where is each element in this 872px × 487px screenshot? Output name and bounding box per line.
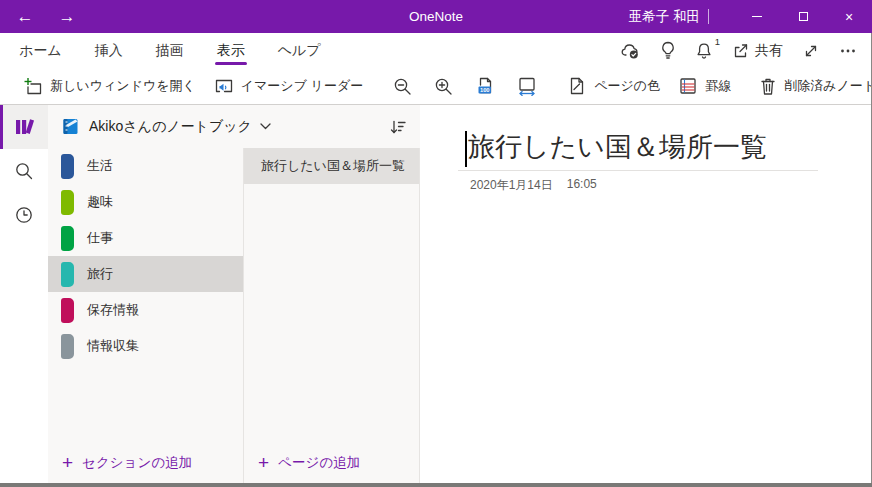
section-color-tab xyxy=(61,154,74,179)
rail-recent-notes-button[interactable] xyxy=(0,193,48,237)
section-color-tab xyxy=(61,298,74,323)
trash-icon xyxy=(759,77,777,96)
app-title: OneNote xyxy=(409,0,463,33)
section-color-tab xyxy=(61,190,74,215)
zoom-100-button[interactable]: 100 xyxy=(464,71,506,101)
minimize-button[interactable] xyxy=(734,0,780,33)
zoom-out-button[interactable] xyxy=(382,71,423,101)
tab-view[interactable]: 表示 xyxy=(214,33,248,68)
fullscreen-button[interactable] xyxy=(802,42,820,60)
deleted-notes-button[interactable]: 削除済みノート xyxy=(750,71,872,101)
title-underline xyxy=(458,170,818,171)
zoom-in-button[interactable] xyxy=(423,71,464,101)
notifications-button[interactable]: 1 xyxy=(695,42,713,60)
share-label: 共有 xyxy=(755,42,783,60)
notebook-header: Akikoさんのノートブック xyxy=(48,105,420,148)
maximize-button[interactable] xyxy=(780,0,826,33)
zoom-out-icon xyxy=(393,77,412,96)
immersive-reader-label: イマーシブ リーダー xyxy=(241,77,363,95)
section-item[interactable]: 仕事 xyxy=(48,220,243,256)
immersive-reader-button[interactable]: イマーシブ リーダー xyxy=(205,71,372,101)
open-new-window-label: 新しいウィンドウを開く xyxy=(50,77,196,95)
ruled-lines-icon xyxy=(678,76,698,96)
ribbon-right-icons: 1 共有 xyxy=(621,41,872,60)
section-item[interactable]: 情報収集 xyxy=(48,328,243,364)
pages-pane: 旅行したい国＆場所一覧 + ページの追加 xyxy=(244,148,420,483)
page-width-button[interactable] xyxy=(506,71,548,101)
page-width-icon xyxy=(517,76,537,96)
section-label: 旅行 xyxy=(87,265,113,283)
sections-pane: 生活 趣味 仕事 旅行 保存情報 情報収集 + セクションの追加 xyxy=(48,148,244,483)
zoom-100-icon: 100 xyxy=(475,76,495,96)
add-section-label: セクションの追加 xyxy=(82,454,192,472)
text-cursor xyxy=(465,131,467,167)
tab-draw[interactable]: 描画 xyxy=(153,33,187,68)
section-item[interactable]: 趣味 xyxy=(48,184,243,220)
rail-notebooks-button[interactable] xyxy=(0,105,48,149)
account-name[interactable]: 亜希子 和田 xyxy=(629,0,700,33)
page-color-label: ページの色 xyxy=(594,77,660,95)
more-options-button[interactable] xyxy=(839,42,857,60)
section-item[interactable]: 生活 xyxy=(48,148,243,184)
page-time[interactable]: 16:05 xyxy=(567,177,597,194)
page-date[interactable]: 2020年1月14日 xyxy=(470,177,553,194)
lightbulb-icon xyxy=(660,41,676,60)
page-color-button[interactable]: ページの色 xyxy=(558,71,669,101)
close-button[interactable]: × xyxy=(826,0,872,33)
rail-search-button[interactable] xyxy=(0,149,48,193)
section-item-selected[interactable]: 旅行 xyxy=(48,256,243,292)
notification-count-badge: 1 xyxy=(715,36,720,47)
forward-icon[interactable]: → xyxy=(50,0,84,33)
ellipsis-icon xyxy=(839,42,857,60)
ribbon-tabs: ホーム 挿入 描画 表示 ヘルプ xyxy=(0,33,324,68)
window-controls: × xyxy=(734,0,872,33)
minimize-icon xyxy=(752,16,762,17)
section-item[interactable]: 保存情報 xyxy=(48,292,243,328)
immersive-reader-icon xyxy=(214,77,234,95)
section-color-tab xyxy=(61,226,74,251)
page-title-field[interactable]: 旅行したい国＆場所一覧 xyxy=(468,129,767,165)
zoom-group: 100 xyxy=(382,71,548,101)
section-label: 趣味 xyxy=(87,193,113,211)
tab-home[interactable]: ホーム xyxy=(16,33,65,68)
ribbon-tab-row: ホーム 挿入 描画 表示 ヘルプ xyxy=(0,33,872,68)
share-button[interactable]: 共有 xyxy=(732,42,783,60)
page-item-title: 旅行したい国＆場所一覧 xyxy=(261,157,405,175)
deleted-notes-label: 削除済みノート xyxy=(784,77,872,95)
expand-icon xyxy=(802,42,820,60)
tell-me-button[interactable] xyxy=(660,41,676,60)
notebook-title: Akikoさんのノートブック xyxy=(89,118,252,136)
plus-icon: + xyxy=(258,453,269,472)
section-label: 生活 xyxy=(87,157,113,175)
note-canvas[interactable]: 旅行したい国＆場所一覧 2020年1月14日 16:05 xyxy=(420,105,872,483)
window-bottom-border xyxy=(0,483,872,487)
maximize-icon xyxy=(799,12,808,21)
page-item-selected[interactable]: 旅行したい国＆場所一覧 xyxy=(244,148,419,184)
sort-pages-button[interactable] xyxy=(389,118,407,136)
chevron-down-icon xyxy=(260,123,271,130)
tab-insert[interactable]: 挿入 xyxy=(92,33,126,68)
plus-icon: + xyxy=(62,453,73,472)
section-label: 保存情報 xyxy=(87,301,139,319)
titlebar: ← → OneNote 亜希子 和田 × xyxy=(0,0,872,33)
page-color-icon xyxy=(567,76,587,96)
svg-text:100: 100 xyxy=(480,87,490,93)
add-page-label: ページの追加 xyxy=(278,454,360,472)
cloud-sync-icon xyxy=(621,42,641,60)
add-page-button[interactable]: + ページの追加 xyxy=(244,443,419,483)
add-section-button[interactable]: + セクションの追加 xyxy=(48,443,243,483)
ruled-lines-button[interactable]: 罫線 xyxy=(669,71,740,101)
new-window-icon xyxy=(23,77,43,96)
sync-status-button[interactable] xyxy=(621,42,641,60)
tab-help[interactable]: ヘルプ xyxy=(275,33,324,68)
zoom-in-icon xyxy=(434,77,453,96)
share-icon xyxy=(732,42,750,60)
open-new-window-button[interactable]: 新しいウィンドウを開く xyxy=(14,71,205,101)
back-icon[interactable]: ← xyxy=(8,0,42,33)
notebooks-icon xyxy=(13,117,35,137)
page-meta: 2020年1月14日 16:05 xyxy=(470,177,597,194)
view-toolbar: 新しいウィンドウを開く イマーシブ リーダー xyxy=(0,68,872,105)
ruled-lines-label: 罫線 xyxy=(705,77,731,95)
titlebar-divider xyxy=(708,9,709,24)
notebook-dropdown[interactable]: Akikoさんのノートブック xyxy=(61,117,271,136)
